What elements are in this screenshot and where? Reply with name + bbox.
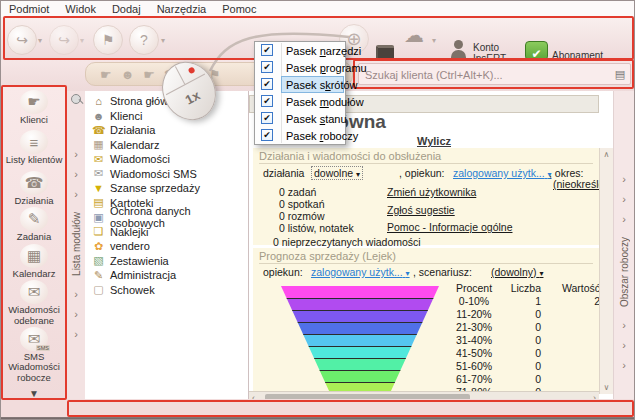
- menu-item-pasek-programu[interactable]: ✔ Pasek programu: [255, 59, 345, 76]
- shortcut-contact-icon[interactable]: ☻: [121, 67, 135, 82]
- tree-item-wiadomosci[interactable]: ✉Wiadomości: [85, 152, 248, 167]
- tree-item-administracja[interactable]: ✎Administracja: [85, 268, 248, 283]
- wylicz-link[interactable]: Wylicz: [399, 135, 469, 147]
- funnel-band: [281, 322, 439, 334]
- help-button[interactable]: ?: [129, 25, 159, 55]
- chevron-right-icon[interactable]: ›: [622, 169, 626, 189]
- dzialania-dropdown[interactable]: dowolne ▾: [311, 166, 363, 180]
- lista-modulow-strip[interactable]: › › › Lista modułów › › ›: [67, 91, 85, 399]
- scenariusz-dropdown[interactable]: (dowolny) ▾: [491, 266, 543, 278]
- flag-button[interactable]: ⚑: [93, 25, 123, 55]
- tree-item-klienci[interactable]: ☻Klienci: [85, 109, 248, 124]
- scenariusz-label: , scenariusz:: [413, 266, 472, 278]
- arrow-icon: ↪: [58, 32, 70, 48]
- menu-narzedzia[interactable]: Narzędzia: [149, 3, 215, 15]
- menu-widok[interactable]: Widok: [57, 3, 104, 15]
- module-listy-klientow[interactable]: ≡ Listy klientów: [2, 130, 66, 170]
- tree-item-ochrona-danych[interactable]: ▣Ochrona danych osobowych: [85, 210, 248, 225]
- tree-item-schowek[interactable]: ▢Schowek: [85, 283, 248, 298]
- module-bar-more-arrow[interactable]: ▼: [29, 388, 39, 399]
- module-zadania[interactable]: ✎ Zadania: [2, 207, 66, 244]
- section-forecast-header: Prognoza sprzedaży (Lejek): [259, 250, 593, 264]
- chevron-right-icon[interactable]: ›: [74, 324, 78, 344]
- opiekun-dropdown[interactable]: zalogowany użytk... ▾: [453, 167, 552, 179]
- shortcut-arrow-button[interactable]: ↪: [7, 25, 37, 55]
- module-klienci[interactable]: ☛ Klienci: [2, 90, 66, 130]
- table-row: 51-60%0: [445, 359, 603, 372]
- chevron-right-icon[interactable]: ›: [622, 209, 626, 229]
- chevron-right-icon[interactable]: ›: [74, 184, 78, 204]
- module-wiadomosci-odebrane[interactable]: ✉ Wiadomości odebrane: [2, 280, 66, 327]
- chevron-down-icon[interactable]: ▾: [432, 36, 436, 45]
- chevron-right-icon[interactable]: ›: [74, 144, 78, 164]
- flag-icon: ⚑: [102, 32, 115, 48]
- sales-funnel-icon: ▼: [92, 182, 105, 194]
- pin-icon[interactable]: [71, 94, 81, 104]
- scroll-down-icon[interactable]: ∨: [600, 383, 613, 392]
- help-links: Zmień użytkownika Zgłoś sugestie Pomoc -…: [387, 184, 512, 237]
- chevron-right-icon[interactable]: ›: [74, 164, 78, 184]
- menu-item-pasek-skrotow[interactable]: ✔ Pasek skrótów: [255, 76, 345, 93]
- chevron-down-icon[interactable]: ▾: [80, 36, 84, 45]
- menu-dodaj[interactable]: Dodaj: [104, 3, 149, 15]
- arrow-icon: ↪: [16, 32, 28, 48]
- zglos-sugestie-link[interactable]: Zgłoś sugestie: [387, 202, 512, 220]
- section-activities: Działania i wiadomości do obsłużenia dzi…: [253, 148, 599, 245]
- opiekun-label: , opiekun:: [399, 167, 445, 179]
- activities-icon: ☎: [92, 124, 105, 137]
- tree-item-zestawienia[interactable]: ▧Zestawienia: [85, 254, 248, 269]
- tree-item-vendero[interactable]: ✿vendero: [85, 239, 248, 254]
- funnel-band: [281, 298, 439, 310]
- clients-icon: ☛: [27, 93, 40, 111]
- funnel-band: [281, 286, 439, 298]
- table-row: 41-50%0: [445, 346, 603, 359]
- menu-item-pasek-roboczy[interactable]: ✔ Pasek roboczy: [255, 127, 345, 144]
- shortcut-clients-icon[interactable]: ☛: [100, 67, 112, 82]
- obszar-roboczy-strip[interactable]: › › › Obszar roboczy › › ›: [613, 91, 634, 399]
- module-bar: ☛ Klienci ≡ Listy klientów ☎ Działania ✎…: [1, 86, 67, 399]
- menu-item-pasek-narzedzi[interactable]: ✔ Pasek narzędzi: [255, 42, 345, 59]
- search-options-icon[interactable]: ▤: [613, 67, 627, 81]
- checkbox-checked-icon: ✔: [261, 129, 273, 141]
- module-kalendarz[interactable]: ▦ Kalendarz: [2, 244, 66, 281]
- tree-item-szanse-sprzedazy[interactable]: ▼Szanse sprzedaży: [85, 181, 248, 196]
- app-window: Podmiot Widok Dodaj Narzędzia Pomoc ↪ ▾ …: [0, 0, 635, 420]
- module-dzialania[interactable]: ☎ Działania: [2, 171, 66, 208]
- section-forecast: Prognoza sprzedaży (Lejek) opiekun: zalo…: [253, 248, 599, 393]
- chevron-down-icon[interactable]: ▾: [161, 36, 165, 45]
- secondary-arrow-button[interactable]: ↪: [49, 25, 79, 55]
- menu-item-pasek-modulow[interactable]: ✔ Pasek modułów: [255, 93, 345, 110]
- lista-modulow-label: Lista modułów: [71, 212, 82, 276]
- cloud-sync-icon[interactable]: ☁: [404, 23, 424, 47]
- chevron-right-icon[interactable]: ›: [74, 304, 78, 324]
- checkbox-checked-icon: ✔: [261, 78, 273, 90]
- module-sms-robocze[interactable]: ✉ SMS SMS Wiadomości robocze: [2, 327, 66, 385]
- pomoc-link[interactable]: Pomoc - Informacje ogólne: [387, 219, 512, 237]
- clipboard-icon: ▢: [92, 283, 105, 296]
- tree-item-wiadomosci-sms[interactable]: ✉Wiadomości SMS: [85, 167, 248, 182]
- search-input[interactable]: [363, 65, 607, 85]
- menu-pomoc[interactable]: Pomoc: [214, 3, 264, 15]
- activities-icon: ☎: [25, 174, 44, 192]
- menu-item-pasek-stanu[interactable]: ✔ Pasek stanu: [255, 110, 345, 127]
- table-row: 61-70%0: [445, 372, 603, 385]
- zmien-uzytkownika-link[interactable]: Zmień użytkownika: [387, 184, 512, 202]
- scroll-up-icon[interactable]: ∧: [600, 150, 613, 159]
- opiekun-dropdown[interactable]: zalogowany użytk... ▾: [311, 266, 410, 278]
- chevron-right-icon[interactable]: ›: [622, 355, 626, 375]
- menu-podmiot[interactable]: Podmiot: [1, 3, 57, 15]
- chevron-right-icon[interactable]: ›: [622, 335, 626, 355]
- vendero-icon: ✿: [92, 240, 105, 253]
- tree-item-kalendarz[interactable]: ▦Kalendarz: [85, 138, 248, 153]
- vertical-scrollbar[interactable]: ∧ ∨: [599, 148, 613, 394]
- menu-bar: Podmiot Widok Dodaj Narzędzia Pomoc: [1, 1, 635, 18]
- sms-messages-icon: ✉: [92, 167, 105, 180]
- chevron-right-icon[interactable]: ›: [622, 315, 626, 335]
- chevron-down-icon[interactable]: ▾: [38, 36, 42, 45]
- tree-item-dzialania[interactable]: ☎Działania: [85, 123, 248, 138]
- chevron-right-icon[interactable]: ›: [622, 189, 626, 209]
- konto-insert-icon[interactable]: [448, 40, 468, 60]
- chevron-right-icon[interactable]: ›: [74, 284, 78, 304]
- table-header-row: Procent Liczba Wartość: [445, 281, 603, 294]
- tasks-icon: ✎: [28, 210, 41, 228]
